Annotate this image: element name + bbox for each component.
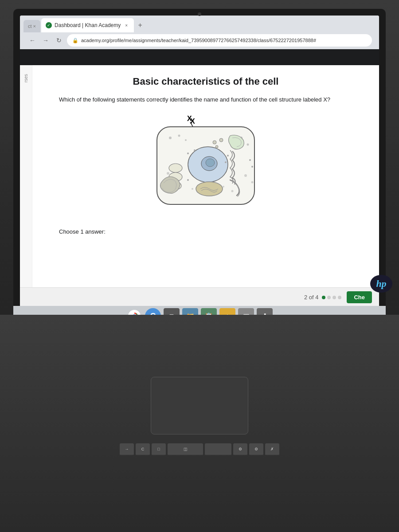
keyboard-area: hp → C □ ◫ ⠀ ⚙ ⚙ ✗	[0, 315, 399, 532]
key-c[interactable]: C	[136, 443, 150, 456]
svg-point-4	[178, 134, 180, 137]
webcam	[198, 12, 201, 16]
svg-point-26	[219, 138, 223, 142]
khan-academy-topbar	[20, 49, 379, 65]
svg-point-27	[215, 145, 218, 148]
forward-button[interactable]: →	[40, 35, 51, 46]
key-arrow[interactable]: →	[120, 443, 134, 456]
address-bar[interactable]: 🔒 academy.org/profile/me/assignments/tea…	[67, 34, 372, 47]
dot-2	[327, 296, 331, 299]
progress-dots	[322, 296, 341, 299]
hp-logo-area: hp	[364, 270, 399, 297]
svg-point-30	[227, 155, 229, 156]
svg-point-31	[225, 161, 227, 163]
tab-bar: ct × ✓ Dashboard | Khan Academy × +	[23, 18, 376, 32]
svg-point-12	[251, 181, 254, 183]
tab-active[interactable]: ✓ Dashboard | Khan Academy ×	[41, 18, 134, 32]
tab-inactive[interactable]: ct ×	[23, 20, 40, 32]
key-x[interactable]: ✗	[265, 443, 279, 456]
touchpad[interactable]	[151, 377, 248, 434]
key-window[interactable]: ◫	[168, 443, 203, 456]
tab-title: Dashboard | Khan Academy	[55, 22, 121, 28]
svg-point-28	[187, 153, 189, 154]
svg-point-32	[187, 179, 189, 181]
screen-bezel: ct × ✓ Dashboard | Khan Academy × + ← → …	[13, 9, 386, 310]
diagram-wrapper: X X	[144, 111, 268, 219]
svg-point-20	[206, 159, 215, 167]
keyboard-row: → C □ ◫ ⠀ ⚙ ⚙ ✗	[120, 443, 279, 456]
dot-3	[332, 296, 336, 299]
progress-text: 2 of 4	[304, 294, 319, 301]
lock-icon: 🔒	[72, 38, 78, 43]
bottom-bar: 2 of 4 Che	[20, 287, 379, 307]
sidebar-text: rses	[23, 74, 28, 82]
browser-window: ct × ✓ Dashboard | Khan Academy × + ← → …	[20, 16, 379, 307]
tab-close-button[interactable]: ×	[123, 22, 129, 28]
question-text: Which of the following statements correc…	[59, 95, 352, 104]
inactive-tab-label: ct ×	[28, 23, 36, 29]
sidebar-edge: rses	[20, 65, 32, 307]
choose-label: Choose 1 answer:	[59, 228, 352, 235]
key-square[interactable]: □	[152, 443, 166, 456]
progress-info: 2 of 4	[304, 294, 342, 301]
hp-logo: hp	[370, 275, 392, 293]
svg-point-7	[247, 143, 249, 145]
key-settings2[interactable]: ⚙	[249, 443, 263, 456]
address-bar-row: ← → ↻ 🔒 academy.org/profile/me/assignmen…	[23, 32, 376, 49]
dot-1	[322, 296, 325, 299]
svg-point-33	[249, 159, 251, 161]
browser-chrome: ct × ✓ Dashboard | Khan Academy × + ← → …	[20, 16, 379, 49]
svg-point-14	[223, 186, 224, 188]
key-space[interactable]: ⠀	[205, 443, 231, 456]
dot-4	[338, 296, 341, 299]
khan-academy-favicon: ✓	[46, 22, 52, 28]
svg-point-5	[185, 139, 187, 141]
svg-point-15	[231, 190, 234, 192]
svg-point-34	[251, 166, 253, 168]
svg-point-29	[194, 149, 196, 151]
laptop-shell: ct × ✓ Dashboard | Khan Academy × + ← → …	[0, 0, 399, 532]
refresh-button[interactable]: ↻	[54, 35, 64, 46]
url-text: academy.org/profile/me/assignments/teach…	[81, 38, 316, 43]
key-settings1[interactable]: ⚙	[233, 443, 247, 456]
svg-point-11	[244, 174, 247, 177]
page-content: rses Basic characteristics of the cell W…	[20, 49, 379, 307]
svg-point-16	[192, 188, 193, 190]
svg-point-3	[169, 137, 172, 139]
svg-point-22	[169, 164, 182, 172]
svg-point-9	[167, 172, 169, 175]
cell-diagram-svg: X	[144, 111, 268, 218]
new-tab-button[interactable]: +	[135, 20, 145, 31]
cell-diagram-container: X X	[59, 111, 352, 219]
question-title: Basic characteristics of the cell	[59, 76, 352, 87]
x-label: X	[190, 117, 195, 125]
ka-main-content: Basic characteristics of the cell Which …	[32, 65, 379, 249]
back-button[interactable]: ←	[27, 35, 38, 46]
svg-point-25	[213, 141, 216, 144]
